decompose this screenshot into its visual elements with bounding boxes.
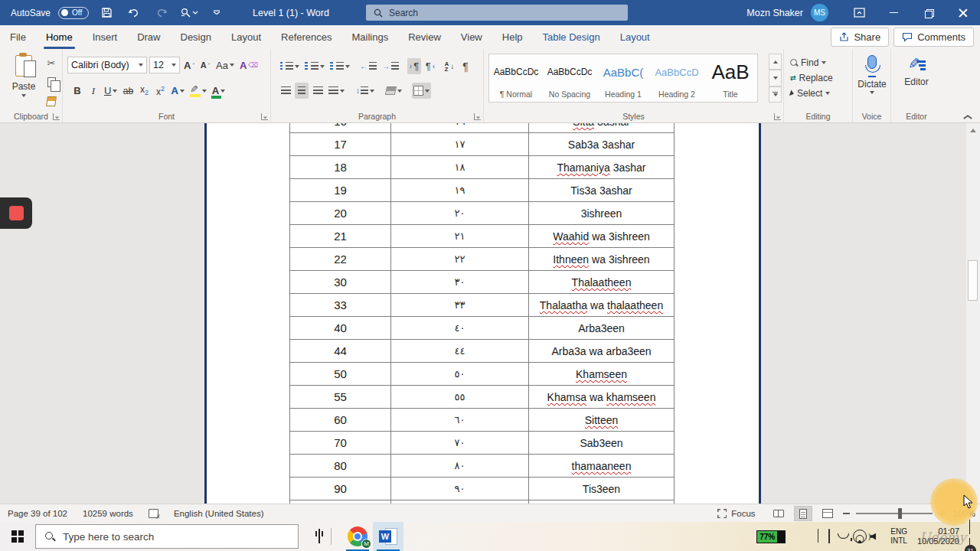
table-row[interactable]: 18١٨Thamaniya3ashar xyxy=(290,156,675,179)
tab-file[interactable]: File xyxy=(0,25,36,49)
proofing-status[interactable] xyxy=(141,504,166,522)
cell-transliteration[interactable]: Thalaatheen xyxy=(529,271,675,293)
volume-button[interactable]: ) xyxy=(870,533,871,540)
tab-references[interactable]: References xyxy=(271,25,341,49)
table-row[interactable]: 55٥٥Khamsawakhamseen xyxy=(290,386,675,409)
cell-transliteration[interactable]: Thalaathawathalaatheen xyxy=(529,294,675,316)
scrollbar-thumb[interactable] xyxy=(968,260,978,301)
cell-transliteration[interactable]: Tis3een xyxy=(529,478,675,500)
user-name[interactable]: Mozn Shaker xyxy=(746,8,803,18)
cell-arabic-numeral[interactable]: ٦٠ xyxy=(391,409,529,431)
cell-western-numeral[interactable]: 80 xyxy=(290,455,391,477)
cell-western-numeral[interactable]: 18 xyxy=(290,156,391,178)
cell-transliteration[interactable]: 3ishreen xyxy=(529,202,675,224)
cell-arabic-numeral[interactable]: ١٨ xyxy=(391,156,529,178)
tab-design[interactable]: Design xyxy=(171,25,221,49)
increase-indent-button[interactable]: → xyxy=(381,58,400,74)
style-heading-1[interactable]: AaBbC(Heading 1 xyxy=(596,54,650,102)
cell-arabic-numeral[interactable]: ٥٥ xyxy=(391,386,529,408)
touch-draw-icon[interactable] xyxy=(179,4,199,22)
find-button[interactable]: Find xyxy=(784,55,833,70)
multilevel-list-button[interactable] xyxy=(328,58,351,74)
paste-dropdown-icon[interactable] xyxy=(21,94,26,97)
subscript-button[interactable]: x2 xyxy=(137,83,151,99)
cell-western-numeral[interactable]: 22 xyxy=(290,248,391,270)
recording-stop-button[interactable] xyxy=(0,197,32,229)
restore-button[interactable] xyxy=(911,0,946,25)
cell-western-numeral[interactable]: 17 xyxy=(290,133,391,155)
table-row[interactable]: 16١٦Sitta3ashar xyxy=(290,123,675,133)
dictate-button[interactable]: Dictate xyxy=(856,55,888,94)
share-button[interactable]: Share xyxy=(831,28,889,47)
cell-transliteration[interactable]: Khamsawakhamseen xyxy=(529,386,675,408)
style-no-spacing[interactable]: AaBbCcDcNo Spacing xyxy=(543,54,596,102)
cell-western-numeral[interactable]: 30 xyxy=(290,271,391,293)
read-mode-button[interactable] xyxy=(769,506,788,521)
taskbar-search-input[interactable]: Type here to search xyxy=(35,524,299,549)
styles-scroll-down-icon[interactable] xyxy=(769,70,782,86)
zoom-in-button[interactable] xyxy=(939,510,946,517)
bold-button[interactable]: B xyxy=(70,83,84,99)
table-row[interactable]: 22٢٢Ithneenwa3ishreen xyxy=(290,248,675,271)
autosave-toggle[interactable]: Off xyxy=(58,7,89,19)
tab-draw[interactable]: Draw xyxy=(127,25,170,49)
print-layout-button[interactable] xyxy=(794,506,812,521)
tab-insert[interactable]: Insert xyxy=(83,25,128,49)
font-color-button[interactable]: A xyxy=(211,83,227,99)
cell-arabic-numeral[interactable]: ٥٠ xyxy=(391,363,529,385)
tab-layout-contextual[interactable]: Layout xyxy=(610,25,660,49)
table-row[interactable]: 21٢١Waahidwa3ishreen xyxy=(290,225,675,248)
cell-transliteration[interactable]: thamaaneen xyxy=(529,455,675,477)
text-effects-button[interactable]: A xyxy=(169,83,185,99)
web-layout-button[interactable] xyxy=(818,506,837,521)
cell-western-numeral[interactable]: 19 xyxy=(290,179,391,201)
cell-arabic-numeral[interactable]: ٢١ xyxy=(391,225,529,247)
cell-arabic-numeral[interactable]: ١٩ xyxy=(391,179,529,201)
tab-mailings[interactable]: Mailings xyxy=(342,25,399,49)
cell-transliteration[interactable]: Tis3a3ashar xyxy=(529,179,675,201)
borders-button[interactable] xyxy=(412,83,431,99)
paste-button[interactable]: Paste xyxy=(6,54,41,109)
numbering-button[interactable] xyxy=(303,58,326,74)
task-view-button[interactable] xyxy=(318,530,320,543)
close-button[interactable] xyxy=(946,0,980,25)
style-title[interactable]: AaBTitle xyxy=(704,54,757,102)
table-row[interactable]: 19١٩Tis3a3ashar xyxy=(290,179,675,202)
table-row[interactable]: 70٧٠Sab3een xyxy=(290,432,675,455)
justify-button[interactable] xyxy=(327,83,346,99)
taskbar-chrome-button[interactable]: M xyxy=(342,522,373,551)
numbers-table[interactable]: 16١٦Sitta3ashar17١٧Sab3a3ashar18١٨Thaman… xyxy=(289,123,675,504)
vertical-scrollbar[interactable] xyxy=(966,123,980,504)
cell-western-numeral[interactable]: 16 xyxy=(290,123,391,132)
keyboard-language-button[interactable]: ENG INTL xyxy=(890,527,907,546)
save-icon[interactable] xyxy=(96,4,116,22)
zoom-slider-thumb[interactable] xyxy=(898,508,902,519)
cell-arabic-numeral[interactable]: ٩٠ xyxy=(391,478,529,500)
highlight-color-button[interactable] xyxy=(188,83,208,99)
table-row[interactable]: 60٦٠Sitteen xyxy=(290,409,675,432)
cell-western-numeral[interactable]: 40 xyxy=(290,317,391,339)
cell-arabic-numeral[interactable]: ١٧ xyxy=(391,133,529,155)
focus-mode-button[interactable]: Focus xyxy=(710,504,763,523)
cell-western-numeral[interactable]: 70 xyxy=(290,432,391,454)
font-size-select[interactable]: 12 xyxy=(149,57,180,73)
bullets-button[interactable] xyxy=(279,58,301,74)
paragraph-dialog-launcher-icon[interactable] xyxy=(474,113,481,120)
table-row[interactable]: 44٤٤Arba3awaarba3een xyxy=(290,340,675,363)
cell-arabic-numeral[interactable]: ١٦ xyxy=(391,123,529,132)
cell-western-numeral[interactable]: 55 xyxy=(290,386,391,408)
cell-western-numeral[interactable]: 90 xyxy=(290,478,391,500)
cell-transliteration[interactable]: Arba3awaarba3een xyxy=(529,340,675,362)
styles-dialog-launcher-icon[interactable] xyxy=(774,113,781,120)
start-button[interactable] xyxy=(0,522,35,551)
document-area[interactable]: 16١٦Sitta3ashar17١٧Sab3a3ashar18١٨Thaman… xyxy=(0,123,966,504)
zoom-out-button[interactable] xyxy=(843,513,850,514)
decrease-indent-button[interactable]: ← xyxy=(358,58,378,74)
onedrive-button[interactable] xyxy=(828,530,830,543)
clipboard-dialog-launcher-icon[interactable] xyxy=(53,113,60,120)
cell-arabic-numeral[interactable]: ٢٢ xyxy=(391,248,529,270)
format-painter-button[interactable] xyxy=(44,93,58,109)
tab-table-design-contextual[interactable]: Table Design xyxy=(533,25,610,49)
grow-font-button[interactable]: Aˆ xyxy=(182,57,196,73)
cell-transliteration[interactable]: Waahidwa3ishreen xyxy=(529,225,675,247)
